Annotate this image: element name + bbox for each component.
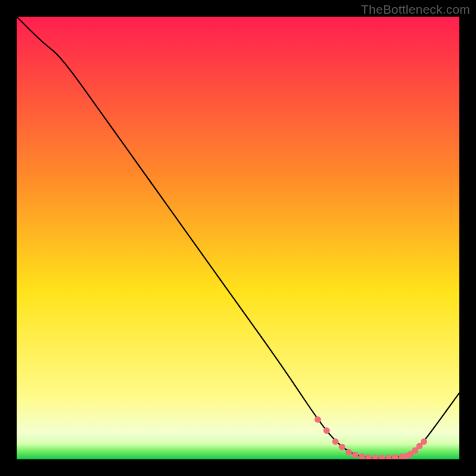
highlight-dot	[421, 439, 427, 445]
highlight-dot	[332, 439, 339, 445]
highlight-dot	[323, 427, 330, 434]
chart-frame: TheBottleneck.com	[0, 0, 476, 476]
highlight-dot	[352, 452, 359, 458]
highlight-dot	[346, 449, 352, 456]
gradient-background	[17, 17, 459, 459]
watermark-text: TheBottleneck.com	[361, 2, 470, 17]
chart-svg	[17, 17, 459, 459]
highlight-dot	[315, 416, 321, 423]
highlight-dot	[339, 444, 345, 450]
plot-area	[17, 17, 459, 459]
